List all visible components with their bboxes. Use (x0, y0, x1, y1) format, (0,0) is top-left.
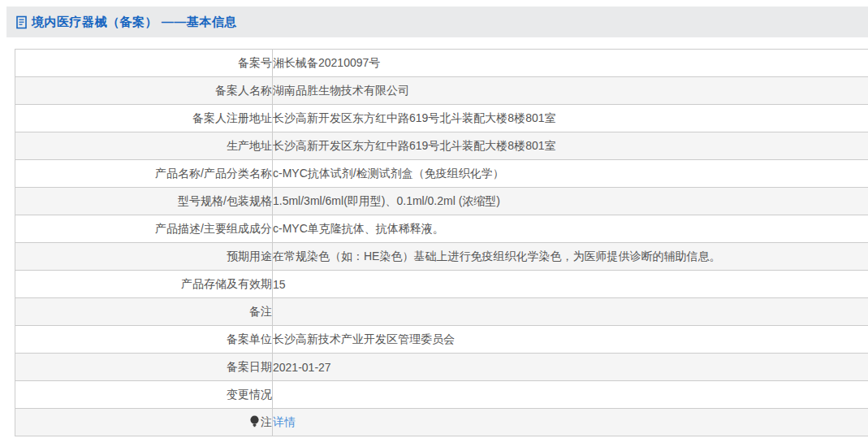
row-value: 在常规染色（如：HE染色）基础上进行免疫组织化学染色，为医师提供诊断的辅助信息。 (273, 243, 868, 271)
document-icon (15, 15, 28, 29)
basic-info-table: 备案号湘长械备20210097号备案人名称湖南品胜生物技术有限公司备案人注册地址… (15, 49, 868, 436)
row-value: c-MYC单克隆抗体、抗体稀释液。 (273, 215, 868, 243)
bulb-icon (249, 415, 260, 427)
row-value: c-MYC抗体试剂/检测试剂盒（免疫组织化学） (273, 160, 868, 188)
table-row: 备案日期2021-01-27 (15, 354, 868, 381)
row-value: 长沙高新开发区东方红中路619号北斗装配大楼8楼801室 (273, 132, 868, 160)
row-label: 产品名称/产品分类名称 (15, 160, 273, 188)
row-label: 备案单位 (15, 326, 273, 354)
row-label: 备案号 (15, 50, 273, 77)
table-row: 备案人名称湖南品胜生物技术有限公司 (15, 77, 868, 105)
row-value (273, 298, 868, 326)
table-row: 产品存储及有效期15 (15, 271, 868, 298)
row-label: 预期用途 (15, 243, 273, 271)
row-value: 1.5ml/3ml/6ml(即用型)、0.1ml/0.2ml (浓缩型) (273, 188, 868, 215)
row-value: 2021-01-27 (273, 354, 868, 381)
table-row: 备案单位长沙高新技术产业开发区管理委员会 (15, 326, 868, 354)
row-value: 长沙高新开发区东方红中路619号北斗装配大楼8楼801室 (273, 105, 868, 132)
info-table-body: 备案号湘长械备20210097号备案人名称湖南品胜生物技术有限公司备案人注册地址… (15, 50, 868, 436)
registration-detail-page: 境内医疗器械（备案） ——基本信息 备案号湘长械备20210097号备案人名称湖… (0, 0, 868, 447)
row-label: 备注 (15, 298, 273, 326)
row-label: 生产地址 (15, 132, 273, 160)
row-value (273, 381, 868, 409)
row-value: 湖南品胜生物技术有限公司 (273, 77, 868, 105)
row-label: 产品存储及有效期 (15, 271, 273, 298)
row-label: 变更情况 (15, 381, 273, 409)
row-value: 长沙高新技术产业开发区管理委员会 (273, 326, 868, 354)
table-row: 产品描述/主要组成成分c-MYC单克隆抗体、抗体稀释液。 (15, 215, 868, 243)
table-row: 生产地址长沙高新开发区东方红中路619号北斗装配大楼8楼801室 (15, 132, 868, 160)
section-header: 境内医疗器械（备案） ——基本信息 (6, 7, 868, 37)
table-row: 型号规格/包装规格1.5ml/3ml/6ml(即用型)、0.1ml/0.2ml … (15, 188, 868, 215)
row-label: 型号规格/包装规格 (15, 188, 273, 215)
table-row: 备案号湘长械备20210097号 (15, 50, 868, 77)
table-row: 产品名称/产品分类名称c-MYC抗体试剂/检测试剂盒（免疫组织化学） (15, 160, 868, 188)
row-value: 湘长械备20210097号 (273, 50, 868, 77)
row-value: 详情 (273, 409, 868, 436)
row-label: 注 (15, 409, 273, 436)
row-value: 15 (273, 271, 868, 298)
page-title: 境内医疗器械（备案） ——基本信息 (32, 15, 237, 30)
row-label: 备案人名称 (15, 77, 273, 105)
table-row: 预期用途在常规染色（如：HE染色）基础上进行免疫组织化学染色，为医师提供诊断的辅… (15, 243, 868, 271)
row-label: 备案人注册地址 (15, 105, 273, 132)
detail-link[interactable]: 详情 (273, 415, 296, 428)
table-row: 备案人注册地址长沙高新开发区东方红中路619号北斗装配大楼8楼801室 (15, 105, 868, 132)
table-row: 变更情况 (15, 381, 868, 409)
table-row: 注详情 (15, 409, 868, 436)
row-label: 备案日期 (15, 354, 273, 381)
table-row: 备注 (15, 298, 868, 326)
row-label: 产品描述/主要组成成分 (15, 215, 273, 243)
